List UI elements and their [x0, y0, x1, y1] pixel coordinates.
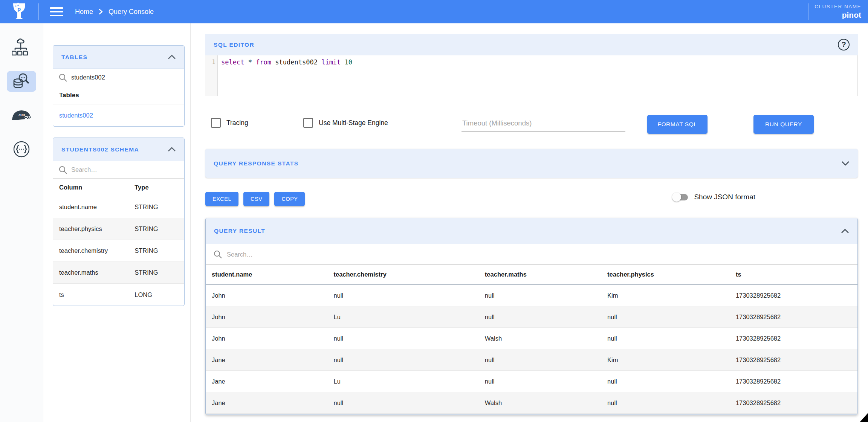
result-table-row: JanenullnullKim1730328925682: [206, 349, 857, 371]
tables-list: students002: [53, 104, 184, 126]
result-col-header-student.name[interactable]: student.name: [206, 271, 328, 278]
result-cell: John: [206, 335, 328, 342]
pinot-logo-icon: p: [11, 3, 27, 21]
schema-search-row: [53, 161, 184, 179]
sql-editor[interactable]: 1 select * from students002 limit 10: [205, 55, 858, 96]
tables-search-input[interactable]: [71, 74, 179, 81]
sql-token-plain: [341, 58, 344, 66]
schema-collapse-button[interactable]: [168, 147, 176, 152]
result-cell: null: [479, 356, 601, 364]
schema-panel: STUDENTS002 SCHEMA Column Type student.n…: [53, 138, 185, 306]
breadcrumb-home[interactable]: Home: [75, 8, 93, 16]
stats-expand-button[interactable]: [841, 161, 850, 166]
mouse-cursor: [859, 413, 868, 422]
schema-cell-column: student.name: [53, 203, 133, 211]
result-cell: null: [601, 313, 730, 321]
editor-line-number: 1: [205, 55, 218, 96]
query-result-panel: QUERY RESULT student.nameteacher.chemist…: [205, 218, 858, 415]
query-result-title: QUERY RESULT: [214, 228, 265, 234]
schema-cell-type: LONG: [133, 291, 184, 298]
schema-cell-column: teacher.chemistry: [53, 247, 133, 254]
result-cell: null: [328, 399, 479, 407]
result-collapse-button[interactable]: [841, 229, 849, 234]
result-cell: 1730328925682: [730, 378, 857, 385]
pinot-logo[interactable]: p: [0, 0, 38, 23]
result-cell: null: [479, 378, 601, 385]
sql-token-keyword: select: [221, 58, 244, 66]
drawer-divider: [190, 23, 191, 422]
schema-panel-header[interactable]: STUDENTS002 SCHEMA: [53, 138, 184, 161]
result-table-row: JohnnullWalshnull1730328925682: [206, 328, 857, 349]
svg-text:p: p: [17, 6, 21, 12]
cluster-name-value: pinot: [815, 11, 861, 20]
menu-hamburger-icon[interactable]: [50, 7, 63, 16]
chevron-up-icon: [841, 229, 849, 234]
result-col-header-teacher.maths[interactable]: teacher.maths: [479, 271, 601, 278]
multistage-checkbox[interactable]: [303, 118, 313, 128]
result-table-row: JohnnullnullKim1730328925682: [206, 285, 857, 306]
show-json-label: Show JSON format: [694, 193, 755, 201]
query-response-stats-panel[interactable]: QUERY RESPONSE STATS: [205, 149, 858, 178]
schema-cell-column: teacher.maths: [53, 269, 133, 276]
help-icon[interactable]: ?: [838, 39, 850, 50]
result-cell: 1730328925682: [730, 399, 857, 407]
result-cell: null: [328, 356, 479, 364]
breadcrumb-chevron-icon: [98, 8, 103, 15]
result-cell: null: [601, 378, 730, 385]
result-table-row: JanenullWalshnull1730328925682: [206, 392, 857, 414]
result-search-input[interactable]: [227, 251, 850, 258]
multistage-control: Use Multi-Stage Engine: [303, 116, 388, 130]
table-link-students002[interactable]: students002: [59, 112, 93, 119]
result-cell: Jane: [206, 399, 328, 407]
sql-token-plain: *: [244, 58, 256, 66]
csv-button[interactable]: CSV: [243, 192, 269, 206]
schema-cell-type: STRING: [133, 269, 184, 276]
tracing-checkbox[interactable]: [211, 118, 221, 128]
sidebar-item-zookeeper[interactable]: zoo: [7, 105, 36, 126]
query-result-header[interactable]: QUERY RESULT: [206, 218, 857, 244]
tables-collapse-button[interactable]: [168, 55, 176, 60]
result-cell: Lu: [328, 313, 479, 321]
result-cell: null: [601, 335, 730, 342]
schema-table-header: Column Type: [53, 179, 184, 196]
sql-token-plain: students002: [271, 58, 321, 66]
result-col-header-teacher.physics[interactable]: teacher.physics: [601, 271, 730, 278]
schema-col-header-column: Column: [53, 184, 133, 191]
sidebar-item-swagger[interactable]: [7, 139, 36, 160]
tables-panel-title: TABLES: [61, 54, 87, 61]
result-col-header-teacher.chemistry[interactable]: teacher.chemistry: [328, 271, 479, 278]
result-cell: null: [328, 335, 479, 342]
tables-panel-header[interactable]: TABLES: [53, 46, 184, 69]
excel-button[interactable]: EXCEL: [205, 192, 238, 206]
result-cell: Jane: [206, 356, 328, 364]
timeout-input[interactable]: [462, 118, 625, 131]
table-list-item: students002: [53, 104, 184, 126]
result-cell: null: [479, 292, 601, 299]
run-query-button[interactable]: RUN QUERY: [753, 115, 814, 134]
schema-rows: student.nameSTRINGteacher.physicsSTRINGt…: [53, 196, 184, 306]
result-cell: Walsh: [479, 335, 601, 342]
result-table-body: JohnnullnullKim1730328925682JohnLunullnu…: [206, 285, 857, 414]
result-cell: 1730328925682: [730, 313, 857, 321]
query-console-icon: [12, 72, 31, 90]
zookeeper-icon: zoo: [11, 109, 32, 122]
query-response-stats-title: QUERY RESPONSE STATS: [214, 160, 299, 167]
cluster-manager-icon: [12, 38, 31, 57]
tables-list-header: Tables: [53, 86, 184, 104]
schema-search-input[interactable]: [71, 166, 179, 173]
schema-cell-column: teacher.physics: [53, 225, 133, 232]
result-table-row: JohnLunullnull1730328925682: [206, 306, 857, 328]
sidebar-item-query-console[interactable]: [7, 71, 36, 92]
result-col-header-ts[interactable]: ts: [730, 271, 857, 278]
result-cell: null: [601, 399, 730, 407]
result-table-header: student.nameteacher.chemistryteacher.mat…: [206, 265, 857, 285]
format-sql-button[interactable]: FORMAT SQL: [647, 115, 708, 134]
header-divider-left: [38, 3, 39, 20]
sql-code-line[interactable]: select * from students002 limit 10: [218, 55, 857, 96]
sidebar-item-cluster-manager[interactable]: [7, 37, 36, 58]
show-json-toggle[interactable]: [673, 194, 688, 200]
copy-button[interactable]: COPY: [274, 192, 305, 206]
pinot-query-console: p Home Query Console CLUSTER NAME pinot: [0, 0, 868, 422]
result-cell: null: [479, 313, 601, 321]
tracing-control: Tracing: [211, 116, 248, 130]
